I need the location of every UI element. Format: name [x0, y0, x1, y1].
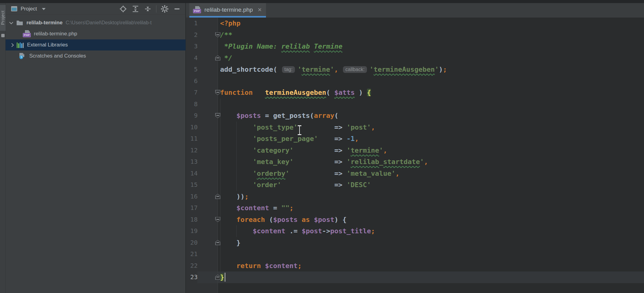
fold-marker[interactable] [215, 55, 220, 61]
line-number[interactable]: 7 [186, 87, 218, 98]
line-number[interactable]: 3 [186, 41, 218, 52]
code-line[interactable] [220, 248, 447, 260]
line-number[interactable]: 20 [186, 237, 218, 249]
gutter-line-numbers[interactable]: 1234567891011121314151617181920212223 [186, 18, 218, 283]
code-line[interactable]: function termineAusgeben( $atts ) { [220, 87, 447, 98]
line-number[interactable]: 18 [186, 214, 218, 226]
tree-row-php-file[interactable]: PHP relilab-termine.php [6, 28, 186, 39]
code-region[interactable]: 1234567891011121314151617181920212223 <?… [186, 18, 644, 293]
code-line[interactable]: )); [220, 191, 447, 203]
code-line[interactable]: /** [220, 29, 447, 41]
project-window-icon [11, 6, 17, 11]
code-line[interactable]: } [220, 237, 447, 249]
fold-marker[interactable] [215, 194, 220, 199]
fold-marker[interactable] [215, 32, 220, 38]
chevron-down-icon[interactable] [9, 20, 13, 24]
fold-marker[interactable] [215, 113, 220, 118]
line-number[interactable]: 14 [186, 168, 218, 179]
line-number[interactable]: 19 [186, 225, 218, 237]
line-number[interactable]: 22 [186, 260, 218, 272]
code-line[interactable]: foreach ($posts as $post) { [220, 214, 447, 226]
fold-marker[interactable] [215, 90, 220, 95]
panel-title: Project [21, 6, 37, 12]
stripe-project-tab[interactable]: Project [0, 5, 6, 31]
fold-marker[interactable] [215, 240, 220, 245]
editor-tab-bar: PHP relilab-termine.php × [186, 3, 644, 18]
fold-marker[interactable] [215, 275, 220, 280]
line-number[interactable]: 21 [186, 248, 218, 260]
code-line[interactable]: } [220, 271, 447, 283]
php-file-icon: PHP [23, 30, 31, 38]
project-panel: Project [6, 3, 186, 293]
chevron-right-icon[interactable] [10, 43, 14, 47]
external-libraries-label: External Libraries [27, 42, 68, 48]
code-line[interactable]: add_shortcode( tag:'termine', callback:'… [220, 64, 447, 75]
hide-panel-icon[interactable] [173, 5, 181, 13]
line-number[interactable]: 10 [186, 122, 218, 133]
line-number[interactable]: 17 [186, 202, 218, 214]
toolbar-divider [156, 5, 156, 13]
editor-area: PHP relilab-termine.php × 12345678910111… [186, 3, 644, 293]
project-panel-header: Project [6, 3, 185, 15]
line-number[interactable]: 13 [186, 156, 218, 168]
libraries-icon [16, 41, 24, 49]
code-line[interactable]: $posts = get_posts(array( [220, 110, 447, 122]
code-line[interactable]: $content .= $post->post_title; [220, 225, 447, 237]
code-line[interactable]: 'meta_key' => 'relilab_startdate', [220, 156, 447, 168]
editor-tab[interactable]: PHP relilab-termine.php × [189, 3, 266, 18]
tree-row-project-root[interactable]: relilab-termine C:\Users\Daniel\Desktop\… [6, 17, 186, 28]
folder-icon [16, 19, 24, 26]
close-icon[interactable]: × [258, 6, 262, 13]
code-line[interactable]: 'orderby' => 'meta_value', [220, 168, 447, 179]
chevron-down-icon[interactable] [42, 8, 46, 10]
tree-row-scratches[interactable]: Scratches and Consoles [6, 50, 186, 62]
line-number[interactable]: 8 [186, 98, 218, 110]
line-number[interactable]: 2 [186, 29, 218, 41]
code-line[interactable] [220, 75, 447, 87]
line-number[interactable]: 1 [186, 18, 218, 29]
php-file-label: relilab-termine.php [34, 31, 77, 37]
scratches-label: Scratches and Consoles [29, 53, 86, 59]
text-caret [225, 273, 225, 282]
project-tree: relilab-termine C:\Users\Daniel\Desktop\… [6, 17, 186, 62]
project-root-path: C:\Users\Daniel\Desktop\relilab\relilab-… [66, 20, 151, 26]
code-line[interactable]: 'order' => 'DESC' [220, 179, 447, 191]
tree-row-external-libraries[interactable]: External Libraries [6, 39, 186, 50]
line-number[interactable]: 5 [186, 64, 218, 75]
line-number[interactable]: 23 [186, 271, 218, 283]
ide-window: Project Project [0, 0, 644, 293]
code-lines[interactable]: <?php/** *Plugin Name: relilab Termine *… [220, 18, 447, 283]
code-line[interactable]: $content = ""; [220, 202, 447, 214]
settings-gear-icon[interactable] [161, 5, 169, 13]
code-line[interactable] [220, 98, 447, 110]
code-line[interactable]: 'category' => 'termine', [220, 145, 447, 156]
line-number[interactable]: 16 [186, 191, 218, 203]
expand-all-icon[interactable] [131, 5, 139, 13]
collapse-all-icon[interactable] [144, 5, 152, 13]
tool-window-stripe: Project [0, 3, 6, 293]
stripe-square-icon[interactable] [1, 34, 5, 37]
code-line[interactable]: <?php [220, 18, 447, 29]
window-top-strip [0, 0, 644, 3]
code-line[interactable]: return $content; [220, 260, 447, 272]
locate-icon[interactable] [119, 5, 127, 13]
fold-marker[interactable] [215, 217, 220, 222]
line-number[interactable]: 11 [186, 133, 218, 145]
php-file-icon: PHP [193, 6, 201, 14]
scratches-icon [18, 52, 26, 60]
mouse-cursor-ibeam [296, 124, 303, 136]
stripe-project-label: Project [0, 10, 5, 25]
code-line[interactable]: */ [220, 52, 447, 64]
line-number[interactable]: 15 [186, 179, 218, 191]
code-line[interactable]: 'post_type' => 'post', [220, 122, 447, 133]
line-number[interactable]: 9 [186, 110, 218, 122]
editor-tab-label: relilab-termine.php [204, 6, 253, 13]
line-number[interactable]: 12 [186, 145, 218, 156]
project-root-label: relilab-termine [26, 20, 62, 26]
code-line[interactable]: *Plugin Name: relilab Termine [220, 41, 447, 52]
line-number[interactable]: 6 [186, 75, 218, 87]
line-number[interactable]: 4 [186, 52, 218, 64]
code-line[interactable]: 'posts_per_page' => -1, [220, 133, 447, 145]
